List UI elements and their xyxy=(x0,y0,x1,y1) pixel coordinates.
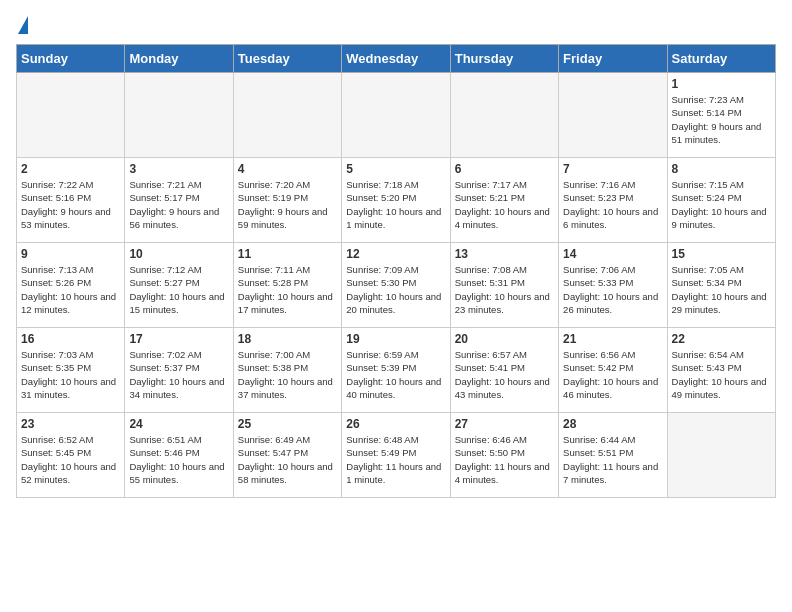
weekday-header-sunday: Sunday xyxy=(17,45,125,73)
day-info: Sunrise: 7:16 AM Sunset: 5:23 PM Dayligh… xyxy=(563,178,662,231)
day-number: 2 xyxy=(21,162,120,176)
day-info: Sunrise: 6:59 AM Sunset: 5:39 PM Dayligh… xyxy=(346,348,445,401)
day-info: Sunrise: 7:21 AM Sunset: 5:17 PM Dayligh… xyxy=(129,178,228,231)
calendar-cell xyxy=(125,73,233,158)
day-number: 10 xyxy=(129,247,228,261)
calendar-cell xyxy=(559,73,667,158)
day-info: Sunrise: 7:03 AM Sunset: 5:35 PM Dayligh… xyxy=(21,348,120,401)
page-header xyxy=(16,16,776,36)
day-number: 19 xyxy=(346,332,445,346)
calendar-cell: 25Sunrise: 6:49 AM Sunset: 5:47 PM Dayli… xyxy=(233,413,341,498)
calendar-cell xyxy=(450,73,558,158)
weekday-header-friday: Friday xyxy=(559,45,667,73)
day-info: Sunrise: 7:20 AM Sunset: 5:19 PM Dayligh… xyxy=(238,178,337,231)
day-info: Sunrise: 7:09 AM Sunset: 5:30 PM Dayligh… xyxy=(346,263,445,316)
calendar-cell: 11Sunrise: 7:11 AM Sunset: 5:28 PM Dayli… xyxy=(233,243,341,328)
week-row-4: 16Sunrise: 7:03 AM Sunset: 5:35 PM Dayli… xyxy=(17,328,776,413)
logo xyxy=(16,16,28,36)
day-info: Sunrise: 7:00 AM Sunset: 5:38 PM Dayligh… xyxy=(238,348,337,401)
day-info: Sunrise: 7:15 AM Sunset: 5:24 PM Dayligh… xyxy=(672,178,771,231)
calendar-cell: 23Sunrise: 6:52 AM Sunset: 5:45 PM Dayli… xyxy=(17,413,125,498)
day-number: 21 xyxy=(563,332,662,346)
weekday-header-saturday: Saturday xyxy=(667,45,775,73)
day-info: Sunrise: 6:56 AM Sunset: 5:42 PM Dayligh… xyxy=(563,348,662,401)
calendar-cell xyxy=(342,73,450,158)
day-info: Sunrise: 7:17 AM Sunset: 5:21 PM Dayligh… xyxy=(455,178,554,231)
day-number: 17 xyxy=(129,332,228,346)
day-info: Sunrise: 7:23 AM Sunset: 5:14 PM Dayligh… xyxy=(672,93,771,146)
calendar-cell xyxy=(17,73,125,158)
calendar-cell: 5Sunrise: 7:18 AM Sunset: 5:20 PM Daylig… xyxy=(342,158,450,243)
day-number: 11 xyxy=(238,247,337,261)
day-number: 18 xyxy=(238,332,337,346)
weekday-header-monday: Monday xyxy=(125,45,233,73)
day-info: Sunrise: 7:11 AM Sunset: 5:28 PM Dayligh… xyxy=(238,263,337,316)
calendar-cell: 12Sunrise: 7:09 AM Sunset: 5:30 PM Dayli… xyxy=(342,243,450,328)
day-info: Sunrise: 7:05 AM Sunset: 5:34 PM Dayligh… xyxy=(672,263,771,316)
weekday-header-tuesday: Tuesday xyxy=(233,45,341,73)
calendar-cell: 15Sunrise: 7:05 AM Sunset: 5:34 PM Dayli… xyxy=(667,243,775,328)
calendar-cell: 14Sunrise: 7:06 AM Sunset: 5:33 PM Dayli… xyxy=(559,243,667,328)
calendar-cell: 18Sunrise: 7:00 AM Sunset: 5:38 PM Dayli… xyxy=(233,328,341,413)
calendar-table: SundayMondayTuesdayWednesdayThursdayFrid… xyxy=(16,44,776,498)
calendar-cell: 26Sunrise: 6:48 AM Sunset: 5:49 PM Dayli… xyxy=(342,413,450,498)
day-number: 4 xyxy=(238,162,337,176)
calendar-cell: 4Sunrise: 7:20 AM Sunset: 5:19 PM Daylig… xyxy=(233,158,341,243)
calendar-cell: 3Sunrise: 7:21 AM Sunset: 5:17 PM Daylig… xyxy=(125,158,233,243)
calendar-cell: 20Sunrise: 6:57 AM Sunset: 5:41 PM Dayli… xyxy=(450,328,558,413)
calendar-cell xyxy=(667,413,775,498)
calendar-cell: 17Sunrise: 7:02 AM Sunset: 5:37 PM Dayli… xyxy=(125,328,233,413)
calendar-cell: 7Sunrise: 7:16 AM Sunset: 5:23 PM Daylig… xyxy=(559,158,667,243)
day-number: 6 xyxy=(455,162,554,176)
week-row-1: 1Sunrise: 7:23 AM Sunset: 5:14 PM Daylig… xyxy=(17,73,776,158)
calendar-cell: 28Sunrise: 6:44 AM Sunset: 5:51 PM Dayli… xyxy=(559,413,667,498)
day-number: 7 xyxy=(563,162,662,176)
calendar-cell: 2Sunrise: 7:22 AM Sunset: 5:16 PM Daylig… xyxy=(17,158,125,243)
day-info: Sunrise: 7:18 AM Sunset: 5:20 PM Dayligh… xyxy=(346,178,445,231)
day-number: 3 xyxy=(129,162,228,176)
day-number: 8 xyxy=(672,162,771,176)
day-number: 16 xyxy=(21,332,120,346)
week-row-2: 2Sunrise: 7:22 AM Sunset: 5:16 PM Daylig… xyxy=(17,158,776,243)
day-number: 24 xyxy=(129,417,228,431)
calendar-cell: 19Sunrise: 6:59 AM Sunset: 5:39 PM Dayli… xyxy=(342,328,450,413)
day-number: 26 xyxy=(346,417,445,431)
day-info: Sunrise: 7:08 AM Sunset: 5:31 PM Dayligh… xyxy=(455,263,554,316)
day-number: 23 xyxy=(21,417,120,431)
day-number: 1 xyxy=(672,77,771,91)
day-info: Sunrise: 7:12 AM Sunset: 5:27 PM Dayligh… xyxy=(129,263,228,316)
week-row-3: 9Sunrise: 7:13 AM Sunset: 5:26 PM Daylig… xyxy=(17,243,776,328)
calendar-cell: 8Sunrise: 7:15 AM Sunset: 5:24 PM Daylig… xyxy=(667,158,775,243)
day-number: 9 xyxy=(21,247,120,261)
day-info: Sunrise: 7:02 AM Sunset: 5:37 PM Dayligh… xyxy=(129,348,228,401)
day-number: 27 xyxy=(455,417,554,431)
calendar-cell: 6Sunrise: 7:17 AM Sunset: 5:21 PM Daylig… xyxy=(450,158,558,243)
day-info: Sunrise: 6:48 AM Sunset: 5:49 PM Dayligh… xyxy=(346,433,445,486)
calendar-cell: 24Sunrise: 6:51 AM Sunset: 5:46 PM Dayli… xyxy=(125,413,233,498)
day-info: Sunrise: 7:22 AM Sunset: 5:16 PM Dayligh… xyxy=(21,178,120,231)
calendar-cell: 22Sunrise: 6:54 AM Sunset: 5:43 PM Dayli… xyxy=(667,328,775,413)
day-info: Sunrise: 6:49 AM Sunset: 5:47 PM Dayligh… xyxy=(238,433,337,486)
day-info: Sunrise: 6:44 AM Sunset: 5:51 PM Dayligh… xyxy=(563,433,662,486)
calendar-cell: 10Sunrise: 7:12 AM Sunset: 5:27 PM Dayli… xyxy=(125,243,233,328)
day-info: Sunrise: 6:51 AM Sunset: 5:46 PM Dayligh… xyxy=(129,433,228,486)
calendar-cell: 27Sunrise: 6:46 AM Sunset: 5:50 PM Dayli… xyxy=(450,413,558,498)
day-number: 15 xyxy=(672,247,771,261)
calendar-cell: 9Sunrise: 7:13 AM Sunset: 5:26 PM Daylig… xyxy=(17,243,125,328)
day-number: 22 xyxy=(672,332,771,346)
calendar-cell xyxy=(233,73,341,158)
day-number: 28 xyxy=(563,417,662,431)
day-number: 12 xyxy=(346,247,445,261)
day-number: 14 xyxy=(563,247,662,261)
calendar-cell: 21Sunrise: 6:56 AM Sunset: 5:42 PM Dayli… xyxy=(559,328,667,413)
day-info: Sunrise: 7:13 AM Sunset: 5:26 PM Dayligh… xyxy=(21,263,120,316)
weekday-header-row: SundayMondayTuesdayWednesdayThursdayFrid… xyxy=(17,45,776,73)
day-number: 13 xyxy=(455,247,554,261)
day-number: 20 xyxy=(455,332,554,346)
day-info: Sunrise: 7:06 AM Sunset: 5:33 PM Dayligh… xyxy=(563,263,662,316)
logo-triangle-icon xyxy=(18,16,28,34)
calendar-cell: 16Sunrise: 7:03 AM Sunset: 5:35 PM Dayli… xyxy=(17,328,125,413)
calendar-cell: 1Sunrise: 7:23 AM Sunset: 5:14 PM Daylig… xyxy=(667,73,775,158)
week-row-5: 23Sunrise: 6:52 AM Sunset: 5:45 PM Dayli… xyxy=(17,413,776,498)
day-info: Sunrise: 6:46 AM Sunset: 5:50 PM Dayligh… xyxy=(455,433,554,486)
